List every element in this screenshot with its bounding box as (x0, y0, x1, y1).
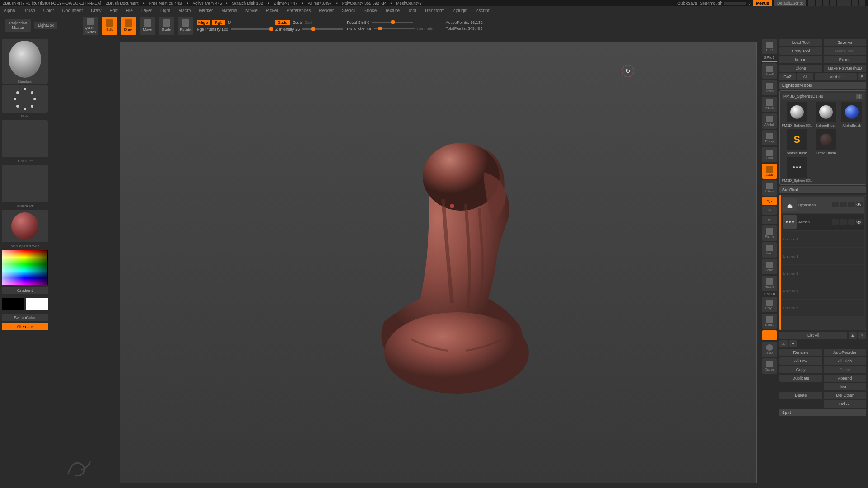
see-through-slider[interactable]: See-through 0 (700, 1, 751, 5)
actual-button[interactable]: Actual (762, 97, 777, 112)
menu-marker[interactable]: Marker (199, 8, 213, 13)
viewport[interactable] (120, 42, 757, 483)
del-other-button[interactable]: Del Other (824, 392, 867, 399)
menu-stencil[interactable]: Stencil (342, 8, 355, 13)
xyz-button[interactable]: Xyz (762, 197, 777, 205)
edit-button[interactable]: Edit (102, 17, 117, 35)
subtool-row[interactable]: Autosh 👁 (782, 214, 864, 230)
clone-button[interactable]: Clone (779, 65, 822, 72)
copy-tool-button[interactable]: Copy Tool (779, 47, 822, 55)
rgb-toggle[interactable]: Rgb (212, 20, 226, 25)
xpose-button[interactable]: Xpose (762, 358, 777, 374)
tool-thumb-current[interactable]: PM3D_Sphere3D1 (782, 102, 812, 127)
load-tool-button[interactable]: Load Tool (779, 39, 822, 46)
quick-sketch-button[interactable]: Quick Sketch (83, 17, 98, 35)
focal-shift-slider[interactable]: Focal Shift 0 (347, 20, 369, 25)
window-controls[interactable] (808, 0, 865, 6)
ghost-button[interactable] (762, 330, 777, 340)
menu-color[interactable]: Color (43, 8, 54, 13)
rename-button[interactable]: Rename (779, 349, 822, 356)
list-all-button[interactable]: List All (779, 332, 847, 339)
solo-button[interactable]: Solo (762, 342, 777, 357)
lightbox-button[interactable]: LightBox (34, 22, 57, 30)
menu-draw[interactable]: Draw (91, 8, 101, 13)
menu-document[interactable]: Document (62, 8, 83, 13)
menu-macro[interactable]: Macro (179, 8, 191, 13)
subtool-row[interactable]: Dynamesh 👁 (782, 197, 864, 213)
gradient-toggle[interactable]: Gradient (2, 287, 48, 294)
menu-layer[interactable]: Layer (141, 8, 152, 13)
switch-color-button[interactable]: SwitchColor (2, 314, 48, 321)
import-button[interactable]: Import (779, 56, 822, 63)
menu-edit[interactable]: Edit (110, 8, 118, 13)
texture-selector[interactable] (2, 165, 48, 202)
tool-thumb-sphere[interactable]: SphereBrush (814, 102, 838, 127)
make-polymesh-button[interactable]: Make PolyMesh3D (824, 65, 867, 72)
subtool-header[interactable]: SubTool (779, 186, 866, 193)
tool-thumb-pm3d[interactable]: PM3D_Sphere3D1 (782, 157, 812, 183)
secondary-color[interactable] (2, 298, 24, 310)
menu-transform[interactable]: Transform (424, 8, 444, 13)
delete-button[interactable]: Delete (779, 392, 822, 399)
rotate-button[interactable]: Rotate (178, 17, 193, 35)
menu-brush[interactable]: Brush (24, 8, 35, 13)
all-high-button[interactable]: All High (824, 357, 867, 365)
draw-button[interactable]: Draw (121, 17, 136, 35)
menu-tool[interactable]: Tool (408, 8, 416, 13)
lsym-button[interactable]: LSym (762, 180, 777, 196)
menu-picker[interactable]: Picker (266, 8, 278, 13)
insert-button[interactable]: Insert (824, 383, 867, 390)
menu-zplugin[interactable]: Zplugin (453, 8, 468, 13)
save-as-button[interactable]: Save As (824, 39, 867, 46)
menu-texture[interactable]: Texture (385, 8, 400, 13)
menu-alpha[interactable]: Alpha (4, 8, 15, 13)
alpha-selector[interactable] (2, 120, 48, 157)
append-button[interactable]: Append (824, 375, 867, 382)
polyf-button[interactable]: PolyF (762, 297, 777, 312)
export-button[interactable]: Export (824, 56, 867, 63)
split-header[interactable]: Split (779, 409, 866, 416)
scroll-button[interactable]: Scroll (762, 63, 777, 79)
primary-color[interactable] (26, 298, 48, 310)
tool-thumb-eraser[interactable]: EraserBrush (814, 129, 838, 155)
menu-stroke[interactable]: Stroke (363, 8, 377, 13)
goz-button[interactable]: GoZ (779, 73, 796, 80)
material-selector[interactable] (2, 210, 48, 242)
menu-movie[interactable]: Movie (245, 8, 258, 13)
alternate-button[interactable]: Alternate (2, 323, 48, 330)
local-button[interactable]: Local (762, 164, 777, 179)
menu-file[interactable]: File (126, 8, 133, 13)
z-intensity-slider[interactable]: Z Intensity 25 (275, 27, 300, 32)
zadd-toggle[interactable]: Zadd (275, 20, 290, 25)
copy-button[interactable]: Copy (779, 366, 822, 373)
rot-y-icon[interactable]: ⟲ (762, 206, 777, 215)
stroke-selector[interactable] (2, 85, 48, 113)
bpr-button[interactable]: BPR (762, 39, 777, 54)
lightbox-tools-header[interactable]: Lightbox>Tools (779, 82, 866, 89)
floor-button[interactable]: Floor (762, 147, 777, 162)
scale-nav-button[interactable]: Scale (762, 259, 777, 274)
all-low-button[interactable]: All Low (779, 357, 822, 365)
transp-button[interactable]: Transp (762, 314, 777, 329)
rgb-intensity-slider[interactable]: Rgb Intensity 100 (197, 27, 228, 32)
default-script-button[interactable]: DefaultZScript (774, 0, 806, 6)
rotate-nav-button[interactable]: Rotate (762, 276, 777, 291)
aahalf-button[interactable]: AAHalf (762, 113, 777, 129)
del-all-button[interactable]: Del All (824, 400, 867, 408)
brush-selector[interactable]: Standard (2, 39, 48, 84)
scale-button[interactable]: Scale (159, 17, 174, 35)
duplicate-button[interactable]: Duplicate (779, 375, 822, 382)
menu-render[interactable]: Render (319, 8, 334, 13)
menu-material[interactable]: Material (222, 8, 238, 13)
quicksave-button[interactable]: QuickSave (677, 1, 697, 5)
menu-zscript[interactable]: Zscript (476, 8, 489, 13)
color-picker[interactable] (2, 250, 48, 285)
persp-button[interactable]: Persp (762, 130, 777, 145)
menu-preferences[interactable]: Preferences (287, 8, 311, 13)
rot-z-icon[interactable]: ⟳ (762, 216, 777, 224)
tool-thumb-simple[interactable]: SSimpleBrush (782, 129, 812, 155)
projection-master-button[interactable]: Projection Master (5, 19, 31, 32)
zoom-button[interactable]: Zoom (762, 80, 777, 95)
menu-light[interactable]: Light (160, 8, 170, 13)
frame-button[interactable]: Frame (762, 225, 777, 241)
